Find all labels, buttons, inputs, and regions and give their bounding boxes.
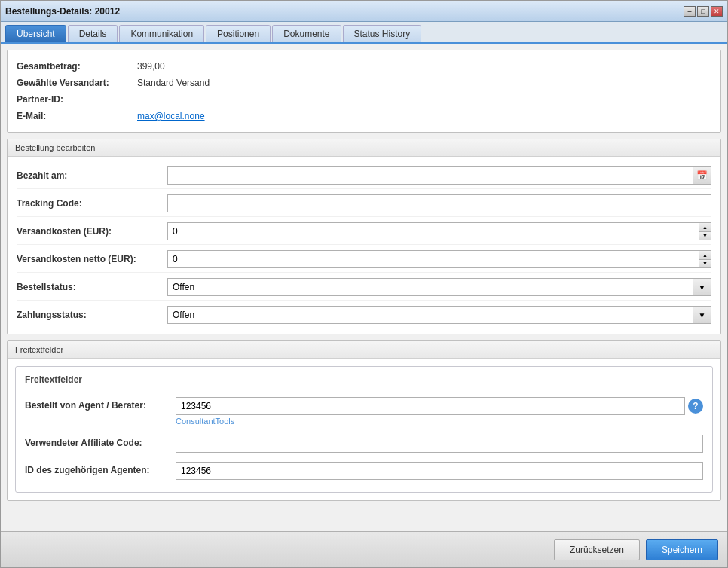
info-row-email: E-Mail: max@local.none: [17, 108, 711, 124]
freitextfelder-section: Freitextfelder Freitextfelder Bestellt v…: [7, 340, 721, 501]
versandkosten-input[interactable]: [167, 222, 699, 240]
agent-id-control: [176, 462, 703, 480]
label-versandkosten-netto: Versandkosten netto (EUR):: [17, 254, 167, 264]
label-affiliate: Verwendeter Affiliate Code:: [25, 435, 176, 448]
info-row-partnerid: Partner-ID:: [17, 91, 711, 108]
main-window: Bestellungs-Details: 20012 – □ ✕ Übersic…: [0, 0, 728, 568]
tab-ubersicht[interactable]: Übersicht: [5, 25, 66, 42]
agent-hint: ConsultantTools: [176, 417, 703, 426]
reset-button[interactable]: Zurücksetzen: [554, 539, 640, 560]
tab-bar: Übersicht Details Kommunikation Position…: [1, 22, 727, 44]
label-gesamtbetrag: Gesamtbetrag:: [17, 61, 137, 72]
versandkosten-up[interactable]: ▲: [699, 222, 711, 231]
info-panel: Gesamtbetrag: 399,00 Gewählte Versandart…: [7, 50, 721, 133]
info-row-gesamtbetrag: Gesamtbetrag: 399,00: [17, 58, 711, 75]
agent-help-button[interactable]: ?: [688, 399, 703, 414]
versandkosten-control: ▲ ▼: [167, 222, 711, 240]
freitextfelder-inner-title: Freitextfelder: [25, 374, 703, 385]
zahlungsstatus-control: Offen Bezahlt Ausstehend ▼: [167, 306, 711, 324]
label-partnerid: Partner-ID:: [17, 94, 137, 105]
form-row-bestellstatus: Bestellstatus: Offen In Bearbeitung Vers…: [17, 274, 711, 301]
bestellstatus-select-wrapper: Offen In Bearbeitung Versendet Abgeschlo…: [167, 278, 711, 296]
tab-status-history[interactable]: Status History: [343, 25, 422, 42]
bestellung-body: Bezahlt am: 📅 Tracking Code:: [8, 157, 720, 334]
form-row-zahlungsstatus: Zahlungsstatus: Offen Bezahlt Ausstehend…: [17, 302, 711, 328]
spacer: [7, 507, 721, 525]
bestellung-header: Bestellung bearbeiten: [8, 139, 720, 157]
label-email: E-Mail:: [17, 111, 137, 121]
label-bezahlt: Bezahlt am:: [17, 170, 167, 181]
field-row-affiliate: Verwendeter Affiliate Code:: [25, 430, 703, 457]
minimize-button[interactable]: –: [684, 6, 696, 17]
tracking-input[interactable]: [167, 194, 711, 212]
affiliate-input[interactable]: [176, 435, 703, 453]
tracking-control: [167, 194, 711, 212]
field-row-agent-id: ID des zugehörigen Agenten:: [25, 457, 703, 484]
versandkosten-netto-control: ▲ ▼: [167, 250, 711, 268]
label-versandart: Gewählte Versandart:: [17, 78, 137, 88]
versandkosten-spinner: ▲ ▼: [167, 222, 711, 240]
tab-details[interactable]: Details: [68, 25, 118, 42]
versandkosten-netto-spinner: ▲ ▼: [167, 250, 711, 268]
agent-input[interactable]: [176, 397, 685, 415]
close-button[interactable]: ✕: [711, 6, 723, 17]
bestellstatus-control: Offen In Bearbeitung Versendet Abgeschlo…: [167, 278, 711, 296]
form-row-versandkosten-netto: Versandkosten netto (EUR): ▲ ▼: [17, 246, 711, 273]
footer: Zurücksetzen Speichern: [1, 531, 727, 567]
freitextfelder-inner-panel: Freitextfelder Bestellt von Agent / Bera…: [15, 366, 713, 493]
versandkosten-netto-up[interactable]: ▲: [699, 250, 711, 259]
agent-control: ? ConsultantTools: [176, 397, 703, 426]
versandkosten-netto-spinner-btns: ▲ ▼: [699, 250, 711, 268]
tab-kommunikation[interactable]: Kommunikation: [119, 25, 204, 42]
window-controls: – □ ✕: [684, 6, 723, 17]
info-panel-body: Gesamtbetrag: 399,00 Gewählte Versandart…: [8, 50, 720, 132]
label-zahlungsstatus: Zahlungsstatus:: [17, 310, 167, 320]
label-bestellstatus: Bestellstatus:: [17, 282, 167, 292]
versandkosten-netto-input[interactable]: [167, 250, 699, 268]
bezahlt-input[interactable]: [167, 166, 693, 185]
agent-input-wrapper: ?: [176, 397, 703, 415]
freitextfelder-body: Freitextfelder Bestellt von Agent / Bera…: [8, 359, 720, 500]
bestellung-section: Bestellung bearbeiten Bezahlt am: 📅: [7, 139, 721, 334]
form-row-versandkosten: Versandkosten (EUR): ▲ ▼: [17, 218, 711, 245]
main-content: Gesamtbetrag: 399,00 Gewählte Versandart…: [1, 44, 727, 531]
tab-dokumente[interactable]: Dokumente: [272, 25, 341, 42]
bestellstatus-select[interactable]: Offen In Bearbeitung Versendet Abgeschlo…: [167, 278, 711, 296]
label-agent: Bestellt von Agent / Berater:: [25, 397, 176, 411]
versandkosten-down[interactable]: ▼: [699, 231, 711, 241]
label-tracking: Tracking Code:: [17, 198, 167, 209]
field-row-agent: Bestellt von Agent / Berater: ? Consulta…: [25, 392, 703, 430]
calendar-icon: 📅: [696, 170, 708, 181]
value-gesamtbetrag: 399,00: [137, 61, 165, 72]
maximize-button[interactable]: □: [697, 6, 709, 17]
affiliate-control: [176, 435, 703, 453]
zahlungsstatus-select[interactable]: Offen Bezahlt Ausstehend: [167, 306, 711, 324]
label-versandkosten: Versandkosten (EUR):: [17, 226, 167, 237]
tab-positionen[interactable]: Positionen: [206, 25, 271, 42]
freitextfelder-header: Freitextfelder: [8, 341, 720, 359]
window-title: Bestellungs-Details: 20012: [5, 6, 120, 17]
value-versandart: Standard Versand: [137, 78, 210, 88]
save-button[interactable]: Speichern: [646, 539, 718, 560]
versandkosten-netto-down[interactable]: ▼: [699, 259, 711, 269]
bezahlt-control: 📅: [167, 166, 711, 185]
titlebar: Bestellungs-Details: 20012 – □ ✕: [1, 1, 727, 22]
calendar-button[interactable]: 📅: [693, 166, 711, 185]
versandkosten-spinner-btns: ▲ ▼: [699, 222, 711, 240]
zahlungsstatus-select-wrapper: Offen Bezahlt Ausstehend ▼: [167, 306, 711, 324]
form-row-bezahlt: Bezahlt am: 📅: [17, 163, 711, 189]
value-email[interactable]: max@local.none: [137, 111, 205, 121]
bezahlt-input-wrapper: 📅: [167, 166, 711, 185]
label-agent-id: ID des zugehörigen Agenten:: [25, 462, 176, 475]
info-row-versandart: Gewählte Versandart: Standard Versand: [17, 75, 711, 91]
agent-id-input[interactable]: [176, 462, 703, 480]
form-row-tracking: Tracking Code:: [17, 191, 711, 217]
